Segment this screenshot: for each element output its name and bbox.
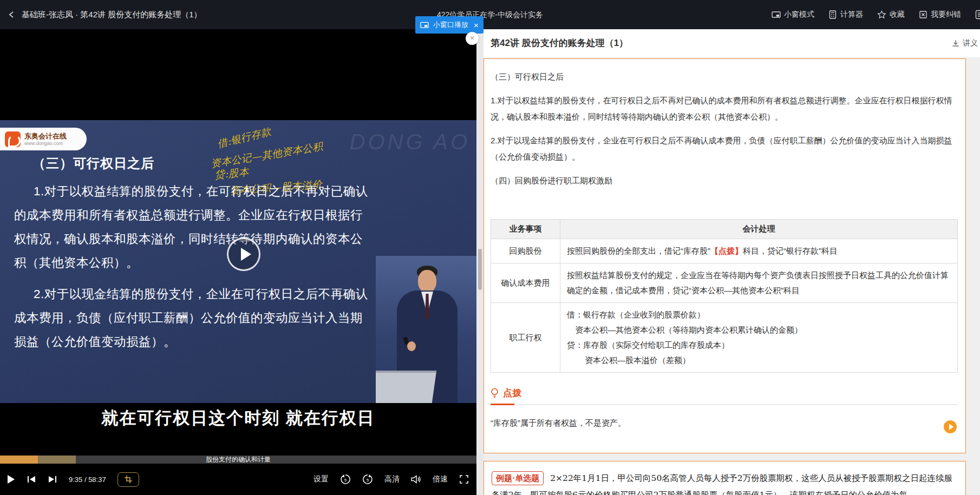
handout-panel: 第42讲 股份支付的账务处理（1） 讲义 （三）可行权日之后 1.对于以权益结算… [476, 29, 980, 495]
section-paragraph: 1.对于以权益结算的股份支付，在可行权日之后不再对已确认的成本费用和所有者权益总… [491, 93, 958, 125]
lecture-title: 第42讲 股份支付的账务处理（1） [491, 29, 628, 57]
download-icon [951, 39, 960, 48]
row-label: 回购股份 [491, 239, 560, 263]
panel-scrollbar[interactable] [476, 29, 484, 495]
pip-close-bubble[interactable]: × [466, 32, 479, 45]
chevron-left-icon [8, 10, 16, 19]
video-subtitle: 就在可行权日这个时刻 就在行权日 [0, 407, 476, 430]
slide-paragraph: 2.对于以现金结算的股份支付，企业在可行权日之后不再确认成本费用，负债（应付职工… [14, 282, 368, 354]
tip-divider [491, 404, 958, 405]
question-paragraph: 例题·单选题2×22年1月1日，甲公司向50名高管人员每人授予2万份股票期权，这… [492, 470, 958, 495]
table-row: 确认成本费用 按照权益结算股份支付的规定，企业应当在等待期内每个资产负债表日按照… [491, 263, 958, 303]
notes-card: （三）可行权日之后 1.对于以权益结算的股份支付，在可行权日之后不再对已确认的成… [484, 58, 966, 453]
example-question-card: 例题·单选题2×22年1月1日，甲公司向50名高管人员每人授予2万份股票期权，这… [484, 461, 966, 495]
chapter-label: 股份支付的确认和计量 [0, 456, 476, 464]
settings-button[interactable]: 设置 [313, 474, 329, 484]
report-error-icon [919, 10, 927, 19]
forward-5-button[interactable]: 5 [362, 474, 373, 485]
pip-mode-label: 小窗模式 [784, 10, 814, 19]
column-header: 会计处理 [560, 220, 958, 239]
pip-mode-button[interactable]: 小窗模式 [772, 10, 814, 19]
next-icon [48, 475, 57, 484]
sync-scroll-fab-button[interactable] [944, 420, 957, 433]
pip-tooltip-close-icon[interactable]: × [474, 21, 479, 29]
favorite-label: 收藏 [890, 10, 905, 19]
question-text: 2×22年1月1日，甲公司向50名高管人员每人授予2万份股票期权，这些人员从被授… [492, 473, 952, 495]
page: 基础班-张志凤 · 第42讲 股份支付的账务处理（1） 422位学员正在学-中级… [0, 0, 980, 495]
table-header-row: 业务事项 会计处理 [491, 220, 958, 239]
previous-lesson-button[interactable] [27, 475, 36, 484]
top-bar: 基础班-张志凤 · 第42讲 股份支付的账务处理（1） 422位学员正在学-中级… [0, 0, 980, 29]
player-controls: 9:35 / 58:37 设置 5 5 高清 倍速 [0, 464, 476, 495]
play-overlay-button[interactable] [227, 237, 260, 271]
svg-text:5: 5 [344, 478, 347, 483]
course-title: 基础班-张志凤 · 第42讲 股份支付的账务处理（1） [22, 10, 202, 20]
tip-title: 点拨 [503, 387, 521, 399]
rewind-5-button[interactable]: 5 [340, 474, 351, 485]
play-icon [6, 474, 15, 484]
row-text: 科目，贷记“银行存款”科目 [743, 246, 838, 255]
calculator-button[interactable]: 计算器 [828, 10, 863, 19]
instructor-video-inset [376, 256, 476, 403]
speed-button[interactable]: 倍速 [433, 474, 448, 484]
top-bar-actions: 小窗模式 计算器 收藏 我要纠错 [772, 0, 980, 29]
journal-line: 贷：库存股（实际交付给职工的库存股成本） [567, 338, 951, 353]
top-bar-left: 基础班-张志凤 · 第42讲 股份支付的账务处理（1） [8, 0, 202, 29]
back-button[interactable] [8, 10, 16, 19]
previous-icon [27, 475, 36, 484]
forward-5-icon: 5 [362, 474, 373, 485]
catalog-button[interactable] [975, 10, 980, 19]
table-row: 回购股份 按照回购股份的全部支出，借记“库存股”【点拨】科目，贷记“银行存款”科… [491, 239, 958, 263]
tip-tag: 【点拨】 [710, 246, 743, 255]
row-label: 确认成本费用 [491, 263, 560, 303]
brand-name: 东奥会计在线 [24, 132, 67, 141]
video-player[interactable]: 东奥会计在线 www.dongao.com DONG AO 借:银行存款 资本公… [0, 29, 476, 495]
handwritten-note: 借:银行存款 [215, 124, 272, 151]
dongao-logo-icon [5, 131, 21, 147]
slide-heading: （三）可行权日之后 [32, 155, 368, 172]
row-label: 职工行权 [491, 303, 560, 373]
time-display: 9:35 / 58:37 [69, 476, 106, 484]
rewind-5-icon: 5 [340, 474, 351, 485]
controls-left: 9:35 / 58:37 [6, 472, 139, 487]
tip-section-header: 点拨 [491, 387, 958, 399]
crop-clip-icon [124, 475, 133, 484]
clip-button[interactable] [117, 472, 139, 487]
next-lesson-button[interactable] [48, 475, 57, 484]
favorite-button[interactable]: 收藏 [877, 10, 905, 19]
podium [376, 371, 436, 403]
tip-text: “库存股”属于所有者权益，不是资产。 [491, 418, 958, 428]
row-text: 按照回购股份的全部支出，借记“库存股” [567, 246, 710, 255]
report-error-button[interactable]: 我要纠错 [919, 10, 961, 19]
volume-button[interactable] [411, 475, 421, 484]
fullscreen-icon [459, 474, 469, 484]
section-heading: （三）可行权日之后 [491, 69, 958, 85]
question-type-badge: 例题·单选题 [492, 471, 544, 485]
scrollbar-thumb[interactable] [478, 249, 482, 290]
accounting-table: 业务事项 会计处理 回购股份 按照回购股份的全部支出，借记“库存股”【点拨】科目… [491, 219, 958, 373]
progress-bar[interactable]: 股份支付的确认和计量 [0, 456, 476, 464]
calculator-label: 计算器 [840, 10, 863, 19]
brand-site: www.dongao.com [24, 141, 67, 146]
calculator-icon [828, 10, 837, 19]
pip-play-icon [420, 21, 429, 29]
download-handout-button[interactable]: 讲义 [951, 29, 978, 57]
pip-tooltip-label: 小窗口播放 [433, 20, 468, 30]
row-content: 借：银行存款（企业收到的股票价款） 资本公积—其他资本公积（等待期内资本公积累计… [560, 303, 958, 373]
volume-icon [411, 475, 421, 484]
list-icon [975, 10, 980, 19]
quality-button[interactable]: 高清 [384, 474, 400, 484]
controls-right: 设置 5 5 高清 倍速 [313, 474, 469, 485]
row-content: 按照回购股份的全部支出，借记“库存股”【点拨】科目，贷记“银行存款”科目 [560, 239, 958, 263]
slide-paragraph: 1.对于以权益结算的股份支付，在可行权日之后不再对已确认的成本费用和所有者权益总… [14, 180, 368, 275]
brand-logo: 东奥会计在线 www.dongao.com [0, 128, 87, 150]
journal-line: 借：银行存款（企业收到的股票价款） [567, 307, 951, 322]
journal-line: 资本公积—股本溢价（差额） [567, 353, 951, 368]
fullscreen-button[interactable] [459, 474, 469, 484]
play-button[interactable] [6, 474, 15, 484]
section-paragraph: 2.对于以现金结算的股份支付，企业在可行权日之后不再确认成本费用，负债（应付职工… [491, 133, 958, 165]
bulb-icon [491, 388, 499, 399]
star-icon [877, 10, 886, 19]
pip-playback-tooltip[interactable]: 小窗口播放 × [415, 16, 484, 34]
instructor-hand [407, 341, 416, 351]
